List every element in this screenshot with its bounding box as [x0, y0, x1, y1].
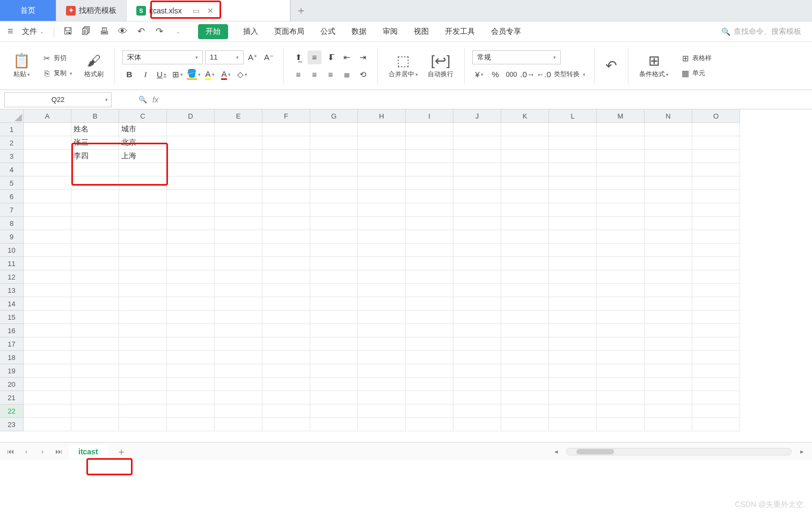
cell[interactable] — [645, 311, 692, 324]
cell[interactable] — [310, 230, 358, 244]
cell[interactable] — [71, 364, 119, 378]
cell[interactable]: 姓名 — [71, 123, 119, 136]
align-bottom-button[interactable]: ⬇̅ — [324, 50, 338, 64]
cell[interactable] — [71, 351, 119, 364]
cell[interactable] — [406, 257, 453, 270]
cell[interactable] — [167, 324, 215, 337]
cell[interactable] — [119, 284, 167, 297]
align-center-button[interactable]: ≡ — [308, 68, 321, 82]
align-right-button[interactable]: ≡ — [324, 68, 338, 82]
row-header[interactable]: 7 — [0, 203, 24, 217]
cell[interactable] — [262, 163, 310, 176]
cell[interactable] — [692, 297, 740, 311]
cell[interactable] — [310, 150, 358, 163]
cell[interactable] — [167, 378, 215, 391]
cell[interactable] — [597, 364, 645, 378]
cell[interactable] — [358, 364, 406, 378]
column-header[interactable]: K — [501, 109, 549, 123]
cell[interactable] — [406, 337, 453, 351]
cell[interactable] — [215, 136, 262, 150]
column-header[interactable]: F — [262, 109, 310, 123]
row-header[interactable]: 5 — [0, 176, 24, 190]
cell[interactable] — [262, 364, 310, 378]
cell[interactable] — [119, 217, 167, 230]
cell[interactable] — [24, 203, 71, 217]
cell[interactable] — [597, 244, 645, 257]
name-box[interactable]: Q22 ▾ — [4, 92, 112, 107]
cell[interactable] — [262, 391, 310, 404]
scroll-right-button[interactable]: ▸ — [796, 446, 808, 458]
cell[interactable] — [262, 404, 310, 418]
cell[interactable] — [215, 270, 262, 284]
copy-button[interactable]: ⎘复制▾ — [41, 68, 74, 79]
cell[interactable] — [71, 257, 119, 270]
cell[interactable] — [167, 190, 215, 203]
cell[interactable] — [549, 176, 597, 190]
column-header[interactable]: H — [358, 109, 406, 123]
cell[interactable] — [310, 364, 358, 378]
cut-button[interactable]: ✂剪切 — [41, 53, 74, 64]
ribbon-tab-layout[interactable]: 页面布局 — [273, 24, 305, 40]
cell[interactable] — [453, 297, 501, 311]
cell[interactable] — [501, 176, 549, 190]
cell[interactable] — [597, 150, 645, 163]
align-top-button[interactable]: ⬆̲ — [291, 50, 305, 64]
cell[interactable] — [549, 337, 597, 351]
cell[interactable] — [119, 364, 167, 378]
cell[interactable] — [645, 244, 692, 257]
cell[interactable] — [549, 230, 597, 244]
cell[interactable] — [453, 123, 501, 136]
cell[interactable] — [501, 190, 549, 203]
cell[interactable] — [167, 351, 215, 364]
cell[interactable] — [453, 324, 501, 337]
thousands-button[interactable]: 000 — [504, 68, 518, 82]
cell[interactable] — [71, 284, 119, 297]
cell[interactable] — [549, 136, 597, 150]
row-header[interactable]: 15 — [0, 311, 24, 324]
cell[interactable] — [645, 284, 692, 297]
highlight-button[interactable]: A▾ — [203, 68, 217, 82]
column-header[interactable]: O — [692, 109, 740, 123]
column-header[interactable]: E — [215, 109, 262, 123]
print-icon[interactable]: 🖶 — [97, 24, 112, 39]
cell[interactable]: 上海 — [119, 150, 167, 163]
cell[interactable] — [645, 324, 692, 337]
paste-button[interactable]: 📋 粘贴▾ — [10, 51, 33, 80]
cell[interactable] — [692, 311, 740, 324]
cell[interactable] — [597, 176, 645, 190]
cell[interactable] — [24, 190, 71, 203]
cell[interactable] — [71, 244, 119, 257]
cell[interactable] — [453, 337, 501, 351]
more-icon[interactable]: ⌄ — [170, 24, 185, 39]
cell[interactable] — [597, 337, 645, 351]
cell[interactable] — [549, 190, 597, 203]
italic-button[interactable]: I — [138, 68, 152, 82]
cell[interactable] — [167, 364, 215, 378]
cell[interactable] — [453, 270, 501, 284]
cell[interactable] — [501, 311, 549, 324]
select-all-corner[interactable] — [0, 109, 24, 123]
cell[interactable] — [262, 203, 310, 217]
cell[interactable] — [310, 311, 358, 324]
cell[interactable] — [692, 364, 740, 378]
cell[interactable] — [215, 203, 262, 217]
cell[interactable] — [549, 270, 597, 284]
cell[interactable] — [453, 404, 501, 418]
cell[interactable] — [597, 297, 645, 311]
row-header[interactable]: 10 — [0, 244, 24, 257]
cell[interactable] — [645, 297, 692, 311]
tab-menu-icon[interactable]: ▭ — [193, 6, 200, 15]
cell[interactable] — [406, 217, 453, 230]
ribbon-tab-start[interactable]: 开始 — [198, 24, 228, 39]
cell[interactable] — [692, 391, 740, 404]
cell[interactable] — [71, 297, 119, 311]
column-header[interactable]: L — [549, 109, 597, 123]
cell[interactable] — [692, 230, 740, 244]
cell[interactable] — [645, 391, 692, 404]
cell[interactable] — [692, 337, 740, 351]
cell[interactable] — [549, 418, 597, 431]
cell[interactable] — [167, 337, 215, 351]
cell[interactable] — [262, 257, 310, 270]
cell[interactable] — [692, 351, 740, 364]
row-header[interactable]: 19 — [0, 364, 24, 378]
